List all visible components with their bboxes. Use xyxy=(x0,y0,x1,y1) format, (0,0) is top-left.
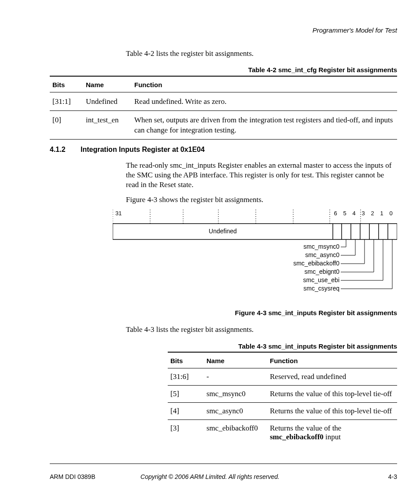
body-paragraph: Table 4-3 lists the register bit assignm… xyxy=(126,325,397,334)
intro-paragraph-1: Table 4-2 lists the register bit assignm… xyxy=(126,49,399,58)
cell-func: Read undefined. Write as zero. xyxy=(132,92,397,111)
section-number: 4.1.2 xyxy=(50,146,66,154)
figure-4-3: 31 6 5 4 3 2 1 0 Undefined smc_msync0 sm… xyxy=(113,210,397,298)
bit-label: 2 xyxy=(371,210,374,217)
section-title: Integration Inputs Register at 0x1E04 xyxy=(81,146,205,154)
col-header-bits: Bits xyxy=(168,352,204,368)
cell-bits: [5] xyxy=(168,386,204,403)
col-header-function: Function xyxy=(132,76,397,92)
cell-bits: [31:6] xyxy=(168,368,204,386)
bit-label: 0 xyxy=(389,210,392,217)
bit-label: 5 xyxy=(343,210,346,217)
figure-signal-label: smc_use_ebi xyxy=(303,276,340,283)
table-4-2-caption: Table 4-2 smc_int_cfg Register bit assig… xyxy=(248,66,397,74)
cell-name: Undefined xyxy=(83,92,132,111)
cell-func-pre: Returns the value of the xyxy=(270,424,341,432)
cell-func: When set, outputs are driven from the in… xyxy=(132,110,397,139)
cell-func: Returns the value of this top-level tie-… xyxy=(267,403,397,420)
figure-undefined-label: Undefined xyxy=(209,228,237,235)
table-row: [4] smc_async0 Returns the value of this… xyxy=(168,403,397,420)
table-row: Bits Name Function xyxy=(168,352,397,368)
table-row: [0] int_test_en When set, outputs are dr… xyxy=(50,110,397,139)
bit-label: 3 xyxy=(361,210,365,217)
bit-label: 4 xyxy=(352,210,355,217)
cell-name: smc_msync0 xyxy=(204,386,267,403)
svg-rect-8 xyxy=(113,224,397,239)
table-row: [31:1] Undefined Read undefined. Write a… xyxy=(50,92,397,111)
footer-page-number: 4-3 xyxy=(388,473,397,480)
figure-4-3-caption: Figure 4-3 smc_int_inputs Register bit a… xyxy=(235,309,397,316)
col-header-function: Function xyxy=(267,352,397,368)
col-header-bits: Bits xyxy=(50,76,83,92)
figure-signal-label: smc_ebignt0 xyxy=(305,268,340,275)
table-row: [3] smc_ebibackoff0 Returns the value of… xyxy=(168,420,397,446)
bit-label: 6 xyxy=(334,210,337,217)
cell-func-bold: smc_ebibackoff0 xyxy=(270,433,324,441)
table-row: [31:6] - Reserved, read undefined xyxy=(168,368,397,386)
table-4-3: Bits Name Function [31:6] - Reserved, re… xyxy=(168,352,397,445)
figure-signal-label: smc_async0 xyxy=(305,251,339,258)
cell-func: Returns the value of the smc_ebibackoff0… xyxy=(267,420,397,446)
table-row: Bits Name Function xyxy=(50,76,397,92)
table-4-3-caption: Table 4-3 smc_int_inputs Register bit as… xyxy=(238,342,397,350)
col-header-name: Name xyxy=(83,76,132,92)
body-paragraph: Figure 4-3 shows the register bit assign… xyxy=(126,195,397,204)
running-header: Programmer's Model for Test xyxy=(313,26,397,34)
body-paragraph: The read-only smc_int_inputs Register en… xyxy=(126,161,397,190)
figure-signal-label: smc_ebibackoff0 xyxy=(293,260,339,267)
figure-signal-label: smc_msync0 xyxy=(303,243,339,250)
bit-label: 31 xyxy=(115,210,122,217)
cell-bits: [4] xyxy=(168,403,204,420)
table-row: [5] smc_msync0 Returns the value of this… xyxy=(168,386,397,403)
cell-func: Reserved, read undefined xyxy=(267,368,397,386)
cell-bits: [0] xyxy=(50,110,83,139)
cell-bits: [3] xyxy=(168,420,204,446)
cell-name: - xyxy=(204,368,267,386)
table-4-2: Bits Name Function [31:1] Undefined Read… xyxy=(50,76,397,140)
footer-rule xyxy=(50,464,397,464)
cell-bits: [31:1] xyxy=(50,92,83,111)
bit-label: 1 xyxy=(380,210,383,217)
footer-copyright: Copyright © 2006 ARM Limited. All rights… xyxy=(0,473,420,480)
cell-name: smc_async0 xyxy=(204,403,267,420)
cell-name: int_test_en xyxy=(83,110,132,139)
col-header-name: Name xyxy=(204,352,267,368)
cell-func: Returns the value of this top-level tie-… xyxy=(267,386,397,403)
cell-name: smc_ebibackoff0 xyxy=(204,420,267,446)
cell-func-post: input xyxy=(324,433,341,441)
figure-signal-label: smc_csysreq xyxy=(303,285,339,292)
